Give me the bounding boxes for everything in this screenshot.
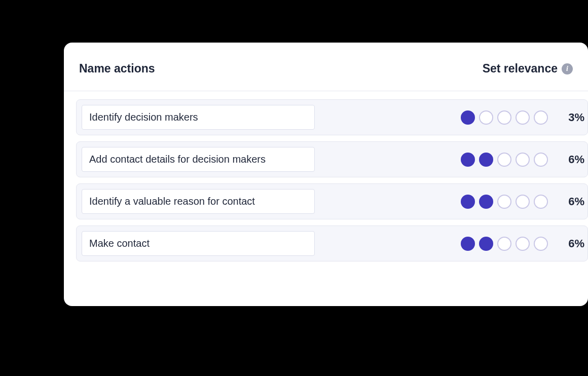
actions-card: Name actions Set relevance i 3%6%6%6% xyxy=(64,43,588,306)
action-name-input[interactable] xyxy=(82,105,315,130)
relevance-dot[interactable] xyxy=(479,110,493,125)
relevance-dot[interactable] xyxy=(479,153,493,167)
relevance-percent: 3% xyxy=(557,111,587,124)
set-relevance-heading: Set relevance xyxy=(483,62,558,76)
relevance-dot[interactable] xyxy=(497,153,511,167)
relevance-dot[interactable] xyxy=(516,110,530,125)
action-row: 6% xyxy=(76,141,588,177)
action-name-input[interactable] xyxy=(82,189,315,214)
set-relevance-heading-wrap: Set relevance i xyxy=(483,62,573,76)
relevance-dot[interactable] xyxy=(461,110,475,125)
relevance-dot[interactable] xyxy=(534,153,548,167)
relevance-dot[interactable] xyxy=(534,195,548,209)
card-header: Name actions Set relevance i xyxy=(64,43,588,91)
relevance-dots xyxy=(461,153,548,167)
info-icon[interactable]: i xyxy=(562,63,573,74)
relevance-dots xyxy=(461,237,548,251)
relevance-dot[interactable] xyxy=(516,153,530,167)
relevance-dot[interactable] xyxy=(479,195,493,209)
relevance-dot[interactable] xyxy=(534,237,548,251)
action-name-input[interactable] xyxy=(82,231,315,256)
relevance-dot[interactable] xyxy=(497,237,511,251)
action-row: 6% xyxy=(76,225,588,261)
action-name-input[interactable] xyxy=(82,147,315,172)
action-row: 3% xyxy=(76,99,588,135)
relevance-dot[interactable] xyxy=(516,237,530,251)
relevance-dot[interactable] xyxy=(461,195,475,209)
relevance-dot[interactable] xyxy=(461,237,475,251)
relevance-dot[interactable] xyxy=(497,195,511,209)
relevance-percent: 6% xyxy=(557,237,587,250)
relevance-dot[interactable] xyxy=(461,153,475,167)
action-rows: 3%6%6%6% xyxy=(64,91,588,261)
relevance-dot[interactable] xyxy=(516,195,530,209)
relevance-percent: 6% xyxy=(557,195,587,208)
relevance-percent: 6% xyxy=(557,153,587,166)
relevance-dot[interactable] xyxy=(534,110,548,125)
relevance-dot[interactable] xyxy=(497,110,511,125)
relevance-dot[interactable] xyxy=(479,237,493,251)
relevance-dots xyxy=(461,110,548,125)
relevance-dots xyxy=(461,195,548,209)
action-row: 6% xyxy=(76,183,588,219)
name-actions-heading: Name actions xyxy=(79,62,155,76)
